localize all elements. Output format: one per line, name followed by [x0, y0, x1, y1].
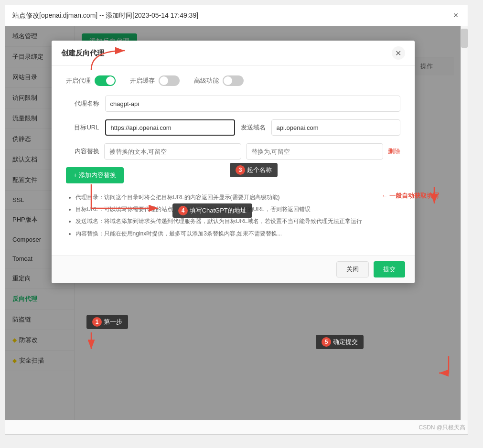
toggle-cache-item: 开启缓存 [130, 75, 180, 86]
delete-replace-button[interactable]: 删除 [388, 147, 400, 156]
toggle-advanced-switch[interactable] [223, 75, 244, 86]
replace-to-input[interactable] [246, 143, 383, 160]
toggle-advanced-item: 高级功能 [194, 75, 244, 86]
modal-close-footer-button[interactable]: 关闭 [336, 261, 369, 277]
modal-close-button[interactable]: ✕ [392, 46, 405, 60]
annotation-step1: 1 第一步 [86, 315, 128, 329]
toggle-row: 开启代理 开启缓存 高级功能 [66, 75, 400, 86]
watermark: CSDN @只根天高 [419, 424, 465, 432]
scrollbar-thumb[interactable] [461, 29, 468, 48]
modal-header: 创建反向代理 ✕ [52, 41, 415, 66]
window-title: 站点修改[openai.djman.com] -- 添加时间[2023-05-1… [12, 11, 198, 20]
annotation-step4: 4 填写ChatGPT的地址 [172, 203, 252, 218]
main-window: 站点修改[openai.djman.com] -- 添加时间[2023-05-1… [5, 5, 468, 435]
info-item-0: 代理目录：访问这个目录时将会把目标URL的内容返回并显示(需要开启高级功能) [75, 193, 400, 202]
modal-overlay: 创建反向代理 ✕ 开启代理 开启缓存 高级功能 [5, 26, 461, 420]
toggle-cache-label: 开启缓存 [130, 76, 155, 85]
toggle-proxy-item: 开启代理 [66, 75, 116, 86]
title-bar: 站点修改[openai.djman.com] -- 添加时间[2023-05-1… [5, 5, 468, 26]
scrollbar[interactable] [461, 26, 468, 420]
proxy-name-row: 代理名称 [66, 96, 400, 112]
info-item-3: 内容替换：只能在使用nginx时提供，最多可以添加3条替换内容,如果不需要替换.… [75, 229, 400, 238]
target-url-row: 目标URL 发送域名 [66, 119, 400, 136]
replace-from-input[interactable] [104, 143, 241, 160]
annotation-step3: 3 起个名称 [230, 163, 278, 177]
toggle-proxy-label: 开启代理 [66, 76, 91, 85]
modal-title: 创建反向代理 [61, 49, 104, 58]
modal-dialog: 创建反向代理 ✕ 开启代理 开启缓存 高级功能 [52, 41, 415, 283]
bottom-bar: CSDN @只根天高 [5, 420, 468, 434]
info-item-2: 发送域名：将域名添加到请求头传递到代理服务器，默认为目标URL域名，若设置不当可… [75, 217, 400, 226]
toggle-proxy-switch[interactable] [95, 75, 116, 86]
modal-footer: 关闭 提交 [52, 255, 415, 283]
modal-body: 开启代理 开启缓存 高级功能 代理名称 [52, 66, 415, 255]
content-replace-row: 内容替换 删除 [66, 143, 400, 160]
send-domain-input[interactable] [271, 119, 400, 136]
target-url-label: 目标URL [66, 123, 99, 132]
toggle-cache-switch[interactable] [159, 75, 180, 86]
annotation-step5: 5 确定提交 [316, 335, 364, 349]
proxy-name-input[interactable] [105, 96, 400, 112]
modal-submit-button[interactable]: 提交 [374, 261, 405, 277]
content-replace-label: 内容替换 [66, 147, 99, 156]
add-replace-button[interactable]: + 添加内容替换 [66, 167, 124, 183]
target-url-input[interactable] [105, 119, 235, 136]
proxy-name-label: 代理名称 [66, 99, 99, 108]
toggle-advanced-label: 高级功能 [194, 76, 219, 85]
send-domain-label: 发送域名 [241, 123, 266, 132]
window-close-button[interactable]: × [451, 11, 461, 21]
